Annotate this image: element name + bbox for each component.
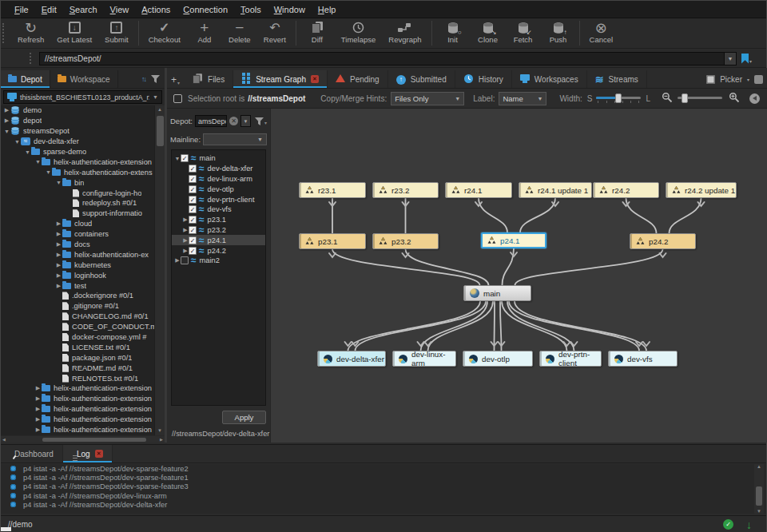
filter-icon[interactable] bbox=[151, 72, 160, 86]
tree-item[interactable]: ▼ sparse-demo bbox=[1, 147, 154, 157]
checkbox[interactable]: ✓ bbox=[189, 216, 197, 224]
depot-tree-vscrollbar[interactable]: ▲ ▼ bbox=[154, 105, 165, 435]
label-select[interactable]: Name▼ bbox=[499, 92, 546, 105]
tab-depot[interactable]: Depot bbox=[1, 70, 50, 88]
tree-item[interactable]: ▶ loginhook bbox=[1, 270, 154, 280]
checkbox[interactable]: ✓ bbox=[189, 175, 197, 183]
scroll-right-icon[interactable]: ▶ bbox=[158, 437, 165, 442]
scroll-up-icon[interactable]: ▲ bbox=[754, 464, 764, 469]
fetch-button[interactable]: ↙ Fetch bbox=[506, 18, 541, 48]
stream-node-dev-otlp[interactable]: dev-otlp bbox=[463, 351, 533, 367]
stream-node-dev-prtn-client[interactable]: dev-prtn-client bbox=[539, 351, 602, 367]
expand-arrow[interactable]: ▶ bbox=[55, 283, 62, 289]
scroll-up-icon[interactable]: ▲ bbox=[155, 105, 165, 114]
clear-icon[interactable]: ✕ bbox=[229, 117, 238, 125]
cancel-button[interactable]: ⊗ Cancel bbox=[583, 18, 620, 48]
depot-filter-dropdown[interactable]: ▼ bbox=[240, 115, 251, 127]
tree-item[interactable]: ▶ helix-authentication-extension bbox=[1, 425, 154, 435]
address-input[interactable]: //streamsDepot/ bbox=[39, 52, 725, 66]
diff-button[interactable]: Diff bbox=[300, 18, 335, 48]
checkbox[interactable] bbox=[181, 256, 189, 264]
depot-tree-hscrollbar[interactable]: ◀ ▶ bbox=[1, 436, 165, 443]
stream-node-p23.1[interactable]: p23.1 bbox=[299, 233, 366, 249]
zoom-out-icon[interactable] bbox=[662, 92, 673, 105]
tree-item[interactable]: ▶ docs bbox=[1, 240, 154, 250]
tree-item[interactable]: ▶ helix-authentication-extension bbox=[1, 404, 154, 415]
init-button[interactable]: ○ Init bbox=[435, 18, 471, 48]
stream-tree-item[interactable]: ✓ ≈ dev-linux-arm bbox=[172, 174, 265, 185]
tab-submitted[interactable]: ↑Submitted bbox=[388, 70, 455, 88]
revert-button[interactable]: ↶ Revert bbox=[257, 18, 292, 48]
menu-file[interactable]: File bbox=[9, 3, 34, 16]
tree-item[interactable]: ▼ streamsDepot bbox=[1, 126, 154, 137]
checkbox[interactable]: ✓ bbox=[189, 196, 197, 204]
expand-arrow[interactable]: ▶ bbox=[182, 216, 189, 223]
fit-graph-button[interactable] bbox=[749, 93, 760, 104]
clone-button[interactable]: ↘ Clone bbox=[471, 18, 506, 48]
stream-node-r24.2u[interactable]: r24.2 update 1 bbox=[666, 182, 737, 198]
scroll-left-icon[interactable]: ◀ bbox=[1, 437, 7, 442]
panel-icon[interactable] bbox=[754, 75, 763, 84]
revgraph-button[interactable]: Revgraph bbox=[382, 18, 427, 48]
tree-item[interactable]: ▼ bin bbox=[1, 177, 154, 188]
expand-arrow[interactable]: ▶ bbox=[55, 241, 62, 248]
tree-item[interactable]: package.json #0/1 bbox=[1, 352, 154, 363]
expand-arrow[interactable]: ▶ bbox=[182, 227, 189, 233]
stream-node-r24.1[interactable]: r24.1 bbox=[445, 182, 512, 198]
expand-arrow[interactable]: ▶ bbox=[55, 262, 62, 268]
expand-arrow[interactable]: ▼ bbox=[55, 180, 62, 185]
sort-icon[interactable]: ↑↓ bbox=[141, 75, 145, 83]
stream-graph-canvas[interactable]: r23.1r23.2r24.1r24.1 update 1r24.2r24.2 … bbox=[270, 109, 767, 443]
tree-item[interactable]: ▶ cloud bbox=[1, 219, 154, 229]
add-button[interactable]: + Add bbox=[187, 18, 222, 48]
expand-arrow[interactable]: ▶ bbox=[34, 416, 42, 423]
tree-item[interactable]: ▶ demo bbox=[1, 105, 154, 116]
tab-files[interactable]: Files bbox=[184, 70, 233, 88]
new-tab-button[interactable]: +▾ bbox=[167, 70, 184, 88]
log-vscrollbar[interactable]: ▲ ▼ bbox=[754, 464, 764, 514]
expand-arrow[interactable]: ▶ bbox=[55, 220, 62, 227]
tree-item[interactable]: CHANGELOG.md #0/1 bbox=[1, 312, 154, 322]
tree-item[interactable]: .dockerignore #0/1 bbox=[1, 291, 154, 301]
workspace-selector[interactable]: thisisbrent_BSCHIESTL0123_productA_r24.2… bbox=[3, 90, 162, 104]
stream-node-main[interactable]: main bbox=[463, 285, 531, 301]
stream-node-dev-vfs[interactable]: dev-vfs bbox=[608, 351, 678, 367]
menu-actions[interactable]: Actions bbox=[136, 3, 176, 16]
scrollbar-thumb[interactable] bbox=[157, 116, 164, 146]
stream-node-dev-delta-xfer[interactable]: dev-delta-xfer bbox=[317, 351, 386, 367]
checkbox[interactable]: ✓ bbox=[189, 205, 197, 213]
tab-stream-graph[interactable]: Stream Graph ✕ bbox=[233, 70, 328, 88]
submit-button[interactable]: ↑ Submit bbox=[98, 18, 135, 48]
tree-item[interactable]: ▶ helix-authentication-extension bbox=[1, 383, 154, 394]
close-icon[interactable]: ✕ bbox=[311, 75, 319, 83]
depot-filter-input[interactable]: amsDepot bbox=[195, 115, 227, 127]
stream-tree-item[interactable]: ▶ ✓ ≈ p23.2 bbox=[172, 225, 265, 236]
expand-arrow[interactable]: ▼ bbox=[3, 129, 10, 134]
expand-arrow[interactable]: ▶ bbox=[3, 107, 10, 113]
expand-arrow[interactable]: ▼ bbox=[24, 149, 31, 155]
tree-item[interactable]: ▼ helix-authentication-extension bbox=[1, 157, 154, 167]
menu-connection[interactable]: Connection bbox=[177, 3, 233, 16]
get-latest-button[interactable]: ↓ Get Latest bbox=[50, 18, 98, 48]
checkbox[interactable]: ✓ bbox=[181, 154, 189, 162]
tab-streams[interactable]: ≋Streams bbox=[587, 70, 647, 88]
checkbox[interactable]: ✓ bbox=[189, 165, 197, 173]
tab-log[interactable]: Log ✕ bbox=[63, 445, 113, 463]
tree-item[interactable]: ▶ test bbox=[1, 280, 154, 291]
tree-item[interactable]: ▶ depot bbox=[1, 116, 154, 126]
tree-item[interactable]: ▼ helix-authentication-extens bbox=[1, 167, 154, 177]
stream-node-r24.1u[interactable]: r24.1 update 1 bbox=[519, 182, 592, 198]
expand-arrow[interactable]: ▼ bbox=[174, 156, 181, 161]
tree-item[interactable]: LICENSE.txt #0/1 bbox=[1, 342, 154, 352]
expand-arrow[interactable]: ▼ bbox=[45, 169, 52, 175]
tree-item[interactable]: CODE_OF_CONDUCT.m bbox=[1, 322, 154, 332]
stream-node-r24.2[interactable]: r24.2 bbox=[593, 182, 659, 198]
checkbox[interactable]: ✓ bbox=[189, 236, 197, 244]
width-slider[interactable] bbox=[596, 93, 641, 104]
delete-button[interactable]: − Delete bbox=[222, 18, 257, 48]
stream-tree-item[interactable]: ▶ ✓ ≈ p23.1 bbox=[172, 215, 265, 225]
filter-button[interactable]: ▾ bbox=[255, 117, 267, 125]
bookmark-button[interactable]: ▾ bbox=[741, 54, 752, 64]
expand-arrow[interactable]: ▶ bbox=[55, 252, 62, 258]
expand-arrow[interactable]: ▶ bbox=[34, 385, 42, 391]
